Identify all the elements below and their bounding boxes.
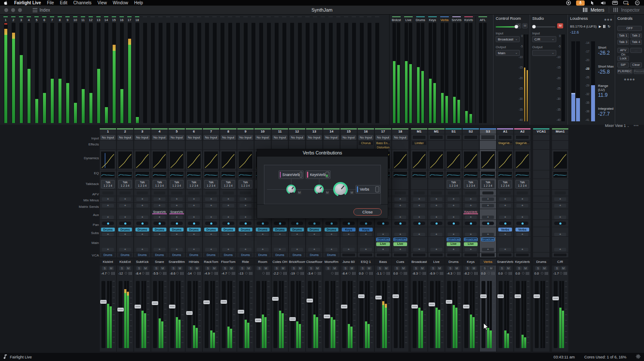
subs-add-button[interactable]: + <box>205 233 217 236</box>
fader-track[interactable] <box>222 281 226 348</box>
aux-send-chip[interactable]: SnareVrb <box>152 210 167 214</box>
eq-thumbnail[interactable] <box>135 171 150 178</box>
talkback-button[interactable]: Talk1 2 3 4 <box>118 180 132 188</box>
main-live-chip[interactable]: Live <box>464 242 478 246</box>
sub-bus-chip[interactable]: Drums <box>239 228 252 231</box>
window-minimize-button[interactable] <box>11 8 15 12</box>
input-select-button[interactable]: No Input <box>135 135 150 140</box>
main-add-button[interactable]: + <box>360 248 372 251</box>
mute-button[interactable]: M <box>280 266 286 270</box>
sub-bus-chip[interactable]: Drums <box>290 228 304 231</box>
matrix-send-add-button[interactable]: + <box>554 204 566 207</box>
fader-track[interactable] <box>377 281 380 348</box>
matrix-send-add-button[interactable]: + <box>516 204 528 207</box>
input-field[interactable] <box>412 135 426 139</box>
subs-add-button[interactable]: + <box>188 233 200 236</box>
main-add-button[interactable]: + <box>465 248 477 251</box>
main-broadcast-chip[interactable]: Broadcast <box>447 238 460 241</box>
solo-button[interactable]: S <box>448 266 453 270</box>
channel-name-Drums[interactable]: Drums <box>445 259 462 265</box>
screen-record-icon[interactable] <box>565 0 572 5</box>
talkback-button[interactable]: Talk1 2 3 4 <box>135 180 149 188</box>
main-broadcast-chip[interactable]: Broadcast <box>393 238 407 241</box>
afv-toggle[interactable] <box>482 191 494 194</box>
inspector-tab[interactable]: Inspector <box>613 7 640 12</box>
solo-button[interactable]: S <box>136 266 142 270</box>
subs-add-button[interactable]: + <box>102 233 114 236</box>
solo-button[interactable]: S <box>257 266 262 270</box>
matrix-send-add-button[interactable]: + <box>430 204 442 207</box>
effect-plugin-chip[interactable]: StageVe... <box>515 141 530 145</box>
channel-name-CloseRoom[interactable]: CloseRoom <box>306 259 322 265</box>
subs-add-button[interactable]: + <box>119 233 131 236</box>
fader-handle[interactable] <box>221 300 227 304</box>
gain-knob[interactable] <box>505 272 507 275</box>
main-add-button[interactable]: + <box>171 248 183 251</box>
fader-handle[interactable] <box>203 300 210 304</box>
loudness-play-icon[interactable]: ▶ <box>599 25 601 28</box>
main-add-button[interactable]: + <box>516 248 528 251</box>
gain-knob[interactable] <box>228 272 230 275</box>
matrix-send-add-button[interactable]: + <box>205 204 217 207</box>
aux-add-button[interactable]: + <box>153 216 166 219</box>
input-field[interactable] <box>447 135 460 139</box>
fader-handle[interactable] <box>341 305 347 309</box>
vca-assign-chip[interactable]: Drums <box>256 253 270 257</box>
mute-button[interactable]: M <box>108 266 114 270</box>
channel-name-SnareBttm[interactable]: SnareBttm <box>169 259 185 265</box>
pan-control[interactable] <box>516 222 528 225</box>
control-room-output-select[interactable]: Main⌄ <box>496 50 520 56</box>
verbs-destination-chip[interactable]: Verbs <box>356 185 380 194</box>
afv-toggle[interactable] <box>154 191 165 194</box>
main-add-button[interactable]: + <box>343 248 355 251</box>
vca-field[interactable] <box>553 253 567 257</box>
channel-name-KickExt[interactable]: KickExt <box>117 259 133 265</box>
window-zoom-button[interactable] <box>18 8 22 12</box>
solo-button[interactable]: S <box>482 266 488 270</box>
main-add-button[interactable]: + <box>554 248 566 251</box>
gain-knob[interactable] <box>193 272 196 275</box>
main-add-button[interactable]: + <box>136 248 148 251</box>
matrix-send-add-button[interactable]: + <box>465 204 477 207</box>
eq-thumbnail[interactable] <box>412 171 426 178</box>
afv-toggle[interactable] <box>102 191 113 194</box>
fader-db-value[interactable]: 0.0 <box>498 272 504 275</box>
input-select-button[interactable]: No Input <box>324 135 339 140</box>
gain-knob[interactable] <box>453 272 456 275</box>
channel-name-Ride[interactable]: Ride <box>237 259 254 265</box>
eq-thumbnail[interactable] <box>118 171 132 178</box>
gain-knob[interactable] <box>488 272 490 275</box>
pan-control[interactable] <box>394 222 406 225</box>
fader-db-value[interactable]: -1.1 <box>376 272 382 275</box>
pan-control[interactable] <box>499 222 511 225</box>
solo-button[interactable]: S <box>516 266 522 270</box>
gain-knob[interactable] <box>365 272 368 275</box>
mix-minus-add-button[interactable]: + <box>239 197 251 201</box>
channel-name-Room[interactable]: Room <box>255 259 271 265</box>
subs-add-button[interactable]: + <box>430 233 442 236</box>
input-select-button[interactable]: No Input <box>359 135 373 140</box>
afv-toggle[interactable] <box>188 191 199 194</box>
fader-track[interactable] <box>291 281 294 348</box>
fader-db-value[interactable]: -4.7 <box>221 272 227 275</box>
input-select-button[interactable]: No Input <box>187 135 201 140</box>
gain-knob[interactable] <box>142 272 144 275</box>
talk-3-button[interactable]: Talk 3 <box>617 40 629 45</box>
gain-knob[interactable] <box>211 272 213 275</box>
talkback-button[interactable]: Talk1 2 3 4 <box>447 180 460 188</box>
talk-4-button[interactable]: Talk 4 <box>630 40 642 45</box>
gain-knob[interactable] <box>125 272 127 275</box>
control-room-level-slider[interactable] <box>496 26 515 28</box>
main-broadcast-chip[interactable]: Broadcast <box>376 238 390 241</box>
dynamics-thumbnail[interactable] <box>429 151 444 169</box>
menu-item-window[interactable]: Window <box>113 0 128 5</box>
mute-button[interactable]: M <box>471 266 477 270</box>
matrix-send-add-button[interactable]: + <box>239 204 251 207</box>
talkback-off-button[interactable]: OFF <box>617 26 642 31</box>
mute-button[interactable]: M <box>523 266 528 270</box>
gain-knob[interactable] <box>279 272 282 275</box>
dynamics-thumbnail[interactable] <box>463 151 478 169</box>
aux-add-button[interactable]: + <box>205 216 217 219</box>
pan-control[interactable] <box>102 222 114 225</box>
fader-db-value[interactable]: -8.4 <box>135 272 141 275</box>
